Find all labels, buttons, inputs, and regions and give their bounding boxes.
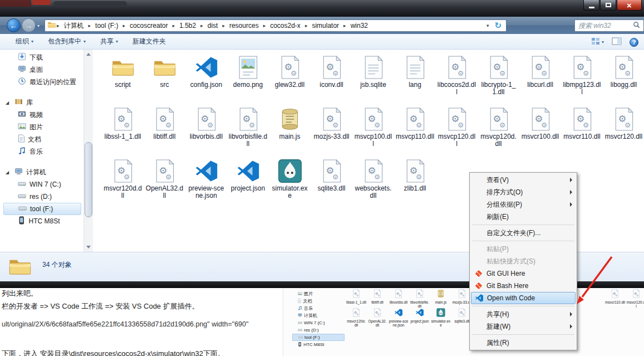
refresh-icon[interactable]: ↻	[492, 21, 504, 31]
sidebar-item[interactable]: 图片	[3, 121, 85, 133]
menu-item-刷新-e-[interactable]: 刷新(E)	[471, 211, 576, 223]
file-item[interactable]: ⚙⚙libcrypto-1_1.dll	[478, 54, 519, 106]
file-item[interactable]: ⚙⚙msvcr100.dll	[519, 106, 561, 158]
toolbar-button-new-folder[interactable]: 新建文件夹	[132, 37, 166, 46]
file-item[interactable]: ⚙⚙libvorbisfile.dll	[227, 106, 269, 158]
breadcrumb-item[interactable]: cocoscreator	[126, 20, 172, 31]
menu-item-分组依据-p-[interactable]: 分组依据(P)	[471, 198, 576, 211]
sidebar-item[interactable]: 桌面	[3, 64, 85, 76]
sidebar-item[interactable]: HTC M8St	[3, 215, 85, 227]
file-item[interactable]: ⚙⚙msvcp110.dll	[394, 106, 436, 158]
file-item[interactable]: ⚙⚙msvcr120.dll	[603, 106, 644, 158]
breadcrumb-item[interactable]: 计算机	[60, 20, 88, 31]
background-window-artifact	[53, 1, 127, 7]
menu-item-open-with-code[interactable]: Open with Code	[471, 292, 576, 304]
breadcrumb-item[interactable]: dist	[204, 20, 222, 31]
file-item[interactable]: ⚙⚙libtiff.dll	[144, 106, 185, 158]
address-bar[interactable]: ▸计算机▸tool (F:)▸cocoscreator▸1.5b2▸dist▸r…	[45, 19, 507, 32]
menu-item-查看-v-[interactable]: 查看(V)	[471, 174, 576, 186]
menu-item-排序方式-o-[interactable]: 排序方式(O)	[471, 186, 576, 198]
scrollbar-thumb[interactable]	[85, 142, 92, 217]
sidebar-item[interactable]: res (D:)	[3, 191, 85, 203]
close-button[interactable]: ×	[617, 0, 642, 11]
file-item[interactable]: ⚙⚙msvcr110.dll	[561, 106, 603, 158]
file-item[interactable]: ⚙⚙zlib1.dll	[394, 158, 436, 209]
expander-icon[interactable]: ◢	[6, 100, 11, 105]
breadcrumb-item[interactable]: 1.5b2	[175, 20, 200, 31]
views-button[interactable]: ▾	[591, 37, 604, 47]
menu-item-属性-r-[interactable]: 属性(R)	[471, 337, 576, 349]
svg-text:⚙: ⚙	[165, 121, 171, 129]
search-input[interactable]: 搜索 win32	[578, 21, 633, 31]
file-item[interactable]: script	[102, 54, 144, 106]
background-window-artifact	[32, 0, 51, 5]
file-item[interactable]: ⚙⚙iconv.dll	[311, 54, 352, 106]
file-item[interactable]: preview-scene.json	[185, 158, 227, 209]
file-item-label: main.js	[279, 133, 300, 140]
file-item[interactable]: lang	[394, 54, 436, 106]
breadcrumb-item[interactable]: resources	[225, 20, 263, 31]
file-item[interactable]: ⚙⚙glew32.dll	[269, 54, 311, 106]
address-dropdown-icon[interactable]: ▾	[483, 23, 493, 28]
file-item[interactable]: ⚙⚙mozjs-33.dll	[311, 106, 352, 158]
file-item[interactable]: ⚙⚙msvcp120.dll	[436, 106, 478, 158]
preview-pane-button[interactable]	[612, 37, 622, 47]
file-item[interactable]: src	[144, 54, 185, 106]
file-item[interactable]: demo.png	[227, 54, 269, 106]
file-item[interactable]: ⚙⚙msvcr120d.dll	[102, 158, 144, 209]
search-box[interactable]: 搜索 win32	[574, 19, 644, 32]
sidebar-group-header[interactable]: ◢计算机	[3, 166, 85, 178]
file-item[interactable]: jsb.sqlite	[352, 54, 394, 106]
scroll-down-button[interactable]	[84, 242, 93, 252]
sidebar-group-header[interactable]: ◢库	[3, 96, 85, 109]
minimize-button[interactable]	[583, 0, 599, 11]
back-button[interactable]: ←	[7, 18, 21, 32]
sidebar-item[interactable]: 最近访问的位置	[3, 76, 85, 88]
file-item[interactable]: ⚙⚙sqlite3.dll	[311, 158, 352, 209]
file-item[interactable]: ⚙⚙OpenAL32.dll	[144, 158, 185, 209]
file-item[interactable]: simulator.exe	[269, 158, 311, 209]
sidebar-item[interactable]: 视频	[3, 109, 85, 121]
file-item[interactable]: ⚙⚙libmpg123.dll	[561, 54, 603, 106]
menu-item-自定义文件夹-f-[interactable]: 自定义文件夹(F)...	[471, 227, 576, 239]
file-item[interactable]: ⚙⚙msvcp120d.dll	[478, 106, 519, 158]
dll-icon: ⚙⚙	[488, 55, 509, 80]
dll-icon: ⚙⚙	[154, 159, 175, 183]
breadcrumb-item[interactable]: simulator	[308, 20, 343, 31]
sidebar-item[interactable]: 下载	[3, 51, 85, 64]
help-button[interactable]: ?	[630, 38, 638, 47]
file-item[interactable]: ⚙⚙websockets.dll	[352, 158, 394, 209]
sidebar-item[interactable]: 文档	[3, 133, 85, 145]
sidebar-item[interactable]: WIN 7 (C:)	[3, 178, 85, 191]
file-item[interactable]: ⚙⚙libssl-1_1.dll	[102, 106, 144, 158]
menu-item-git-gui-here[interactable]: Git GUI Here	[471, 267, 576, 280]
file-item[interactable]: ⚙⚙msvcp100.dll	[352, 106, 394, 158]
file-item[interactable]: config.json	[185, 54, 227, 106]
toolbar-button-organize[interactable]: 组织▾	[16, 37, 33, 46]
menu-item-新建-w-[interactable]: 新建(W)	[471, 320, 576, 333]
sidebar-item[interactable]: tool (F:)	[3, 203, 81, 215]
svg-text:⚙: ⚙	[356, 313, 358, 316]
file-item[interactable]: main.js	[269, 106, 311, 158]
maximize-button[interactable]	[600, 0, 616, 11]
sidebar-item[interactable]: 音乐	[3, 145, 85, 158]
scroll-up-button[interactable]	[84, 50, 93, 59]
file-item[interactable]: project.json	[227, 158, 269, 209]
breadcrumb-item[interactable]: cocos2d-x	[266, 20, 304, 31]
file-item[interactable]: ⚙⚙libcurl.dll	[519, 54, 561, 106]
menu-item-git-bash-here[interactable]: Git Bash Here	[471, 280, 576, 292]
breadcrumb-item[interactable]: tool (F:)	[91, 20, 122, 31]
background-window-artifact	[0, 0, 31, 7]
toolbar-button-share[interactable]: 共享▾	[100, 37, 118, 46]
file-item[interactable]: ⚙⚙libcocos2d.dll	[436, 54, 478, 106]
file-item[interactable]: ⚙⚙libvorbis.dll	[185, 106, 227, 158]
sidebar-scrollbar[interactable]	[83, 50, 93, 252]
toolbar-button-include-in-library[interactable]: 包含到库中▾	[48, 37, 86, 46]
mini-sidebar-label: 图片	[304, 291, 313, 297]
history-dropdown-icon[interactable]: ▾	[37, 23, 40, 28]
magnifier-icon	[633, 21, 640, 28]
menu-item-共享-h-[interactable]: 共享(H)	[471, 308, 576, 320]
file-item[interactable]: ⚙⚙libogg.dll	[603, 54, 644, 106]
breadcrumb-item[interactable]: win32	[347, 20, 372, 31]
expander-icon[interactable]: ◢	[6, 170, 11, 175]
